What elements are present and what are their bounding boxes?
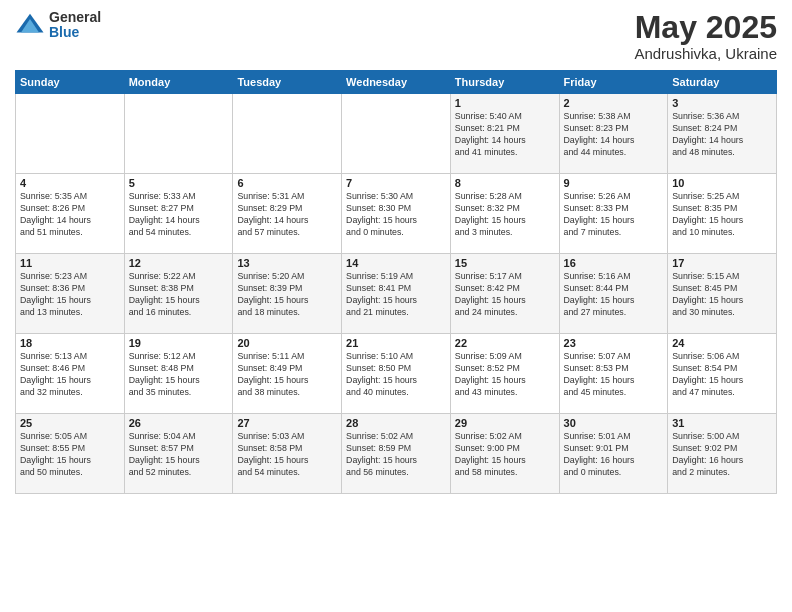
day-number: 31: [672, 417, 772, 429]
day-number: 25: [20, 417, 120, 429]
calendar-cell: 11Sunrise: 5:23 AM Sunset: 8:36 PM Dayli…: [16, 254, 125, 334]
day-info: Sunrise: 5:35 AM Sunset: 8:26 PM Dayligh…: [20, 191, 120, 239]
calendar-cell: 6Sunrise: 5:31 AM Sunset: 8:29 PM Daylig…: [233, 174, 342, 254]
calendar-cell: 29Sunrise: 5:02 AM Sunset: 9:00 PM Dayli…: [450, 414, 559, 494]
calendar-cell: 19Sunrise: 5:12 AM Sunset: 8:48 PM Dayli…: [124, 334, 233, 414]
calendar-table: Sunday Monday Tuesday Wednesday Thursday…: [15, 70, 777, 494]
calendar-subtitle: Andrushivka, Ukraine: [634, 45, 777, 62]
day-number: 28: [346, 417, 446, 429]
day-number: 7: [346, 177, 446, 189]
calendar-week-3: 11Sunrise: 5:23 AM Sunset: 8:36 PM Dayli…: [16, 254, 777, 334]
calendar-cell: 15Sunrise: 5:17 AM Sunset: 8:42 PM Dayli…: [450, 254, 559, 334]
day-number: 11: [20, 257, 120, 269]
day-info: Sunrise: 5:01 AM Sunset: 9:01 PM Dayligh…: [564, 431, 664, 479]
day-number: 26: [129, 417, 229, 429]
day-number: 19: [129, 337, 229, 349]
calendar-cell: 16Sunrise: 5:16 AM Sunset: 8:44 PM Dayli…: [559, 254, 668, 334]
day-info: Sunrise: 5:02 AM Sunset: 8:59 PM Dayligh…: [346, 431, 446, 479]
calendar-cell: 22Sunrise: 5:09 AM Sunset: 8:52 PM Dayli…: [450, 334, 559, 414]
day-number: 15: [455, 257, 555, 269]
day-info: Sunrise: 5:02 AM Sunset: 9:00 PM Dayligh…: [455, 431, 555, 479]
logo-icon: [15, 10, 45, 40]
day-info: Sunrise: 5:23 AM Sunset: 8:36 PM Dayligh…: [20, 271, 120, 319]
calendar-cell: 18Sunrise: 5:13 AM Sunset: 8:46 PM Dayli…: [16, 334, 125, 414]
day-info: Sunrise: 5:16 AM Sunset: 8:44 PM Dayligh…: [564, 271, 664, 319]
day-number: 13: [237, 257, 337, 269]
page: General Blue May 2025 Andrushivka, Ukrai…: [0, 0, 792, 612]
day-info: Sunrise: 5:12 AM Sunset: 8:48 PM Dayligh…: [129, 351, 229, 399]
logo-text: General Blue: [49, 10, 101, 41]
header: General Blue May 2025 Andrushivka, Ukrai…: [15, 10, 777, 62]
day-number: 2: [564, 97, 664, 109]
calendar-cell: [342, 94, 451, 174]
calendar-cell: 26Sunrise: 5:04 AM Sunset: 8:57 PM Dayli…: [124, 414, 233, 494]
day-info: Sunrise: 5:07 AM Sunset: 8:53 PM Dayligh…: [564, 351, 664, 399]
calendar-week-4: 18Sunrise: 5:13 AM Sunset: 8:46 PM Dayli…: [16, 334, 777, 414]
day-number: 29: [455, 417, 555, 429]
calendar-cell: 4Sunrise: 5:35 AM Sunset: 8:26 PM Daylig…: [16, 174, 125, 254]
day-info: Sunrise: 5:15 AM Sunset: 8:45 PM Dayligh…: [672, 271, 772, 319]
calendar-cell: 31Sunrise: 5:00 AM Sunset: 9:02 PM Dayli…: [668, 414, 777, 494]
calendar-cell: 14Sunrise: 5:19 AM Sunset: 8:41 PM Dayli…: [342, 254, 451, 334]
header-tuesday: Tuesday: [233, 71, 342, 94]
calendar-cell: 9Sunrise: 5:26 AM Sunset: 8:33 PM Daylig…: [559, 174, 668, 254]
day-info: Sunrise: 5:03 AM Sunset: 8:58 PM Dayligh…: [237, 431, 337, 479]
calendar-cell: 13Sunrise: 5:20 AM Sunset: 8:39 PM Dayli…: [233, 254, 342, 334]
day-number: 5: [129, 177, 229, 189]
header-thursday: Thursday: [450, 71, 559, 94]
calendar-cell: 17Sunrise: 5:15 AM Sunset: 8:45 PM Dayli…: [668, 254, 777, 334]
calendar-cell: 23Sunrise: 5:07 AM Sunset: 8:53 PM Dayli…: [559, 334, 668, 414]
day-info: Sunrise: 5:38 AM Sunset: 8:23 PM Dayligh…: [564, 111, 664, 159]
day-info: Sunrise: 5:28 AM Sunset: 8:32 PM Dayligh…: [455, 191, 555, 239]
day-number: 18: [20, 337, 120, 349]
day-info: Sunrise: 5:05 AM Sunset: 8:55 PM Dayligh…: [20, 431, 120, 479]
calendar-cell: 3Sunrise: 5:36 AM Sunset: 8:24 PM Daylig…: [668, 94, 777, 174]
title-block: May 2025 Andrushivka, Ukraine: [634, 10, 777, 62]
day-info: Sunrise: 5:33 AM Sunset: 8:27 PM Dayligh…: [129, 191, 229, 239]
day-number: 9: [564, 177, 664, 189]
day-info: Sunrise: 5:11 AM Sunset: 8:49 PM Dayligh…: [237, 351, 337, 399]
logo-general-label: General: [49, 10, 101, 25]
calendar-cell: 24Sunrise: 5:06 AM Sunset: 8:54 PM Dayli…: [668, 334, 777, 414]
day-info: Sunrise: 5:30 AM Sunset: 8:30 PM Dayligh…: [346, 191, 446, 239]
header-wednesday: Wednesday: [342, 71, 451, 94]
day-info: Sunrise: 5:17 AM Sunset: 8:42 PM Dayligh…: [455, 271, 555, 319]
day-number: 20: [237, 337, 337, 349]
header-monday: Monday: [124, 71, 233, 94]
calendar-week-2: 4Sunrise: 5:35 AM Sunset: 8:26 PM Daylig…: [16, 174, 777, 254]
calendar-cell: 30Sunrise: 5:01 AM Sunset: 9:01 PM Dayli…: [559, 414, 668, 494]
day-number: 4: [20, 177, 120, 189]
day-number: 8: [455, 177, 555, 189]
day-number: 22: [455, 337, 555, 349]
calendar-cell: [16, 94, 125, 174]
day-number: 3: [672, 97, 772, 109]
day-info: Sunrise: 5:22 AM Sunset: 8:38 PM Dayligh…: [129, 271, 229, 319]
day-info: Sunrise: 5:19 AM Sunset: 8:41 PM Dayligh…: [346, 271, 446, 319]
calendar-cell: 1Sunrise: 5:40 AM Sunset: 8:21 PM Daylig…: [450, 94, 559, 174]
header-friday: Friday: [559, 71, 668, 94]
calendar-week-5: 25Sunrise: 5:05 AM Sunset: 8:55 PM Dayli…: [16, 414, 777, 494]
day-number: 14: [346, 257, 446, 269]
day-info: Sunrise: 5:31 AM Sunset: 8:29 PM Dayligh…: [237, 191, 337, 239]
calendar-week-1: 1Sunrise: 5:40 AM Sunset: 8:21 PM Daylig…: [16, 94, 777, 174]
header-saturday: Saturday: [668, 71, 777, 94]
day-info: Sunrise: 5:10 AM Sunset: 8:50 PM Dayligh…: [346, 351, 446, 399]
day-number: 21: [346, 337, 446, 349]
calendar-cell: 2Sunrise: 5:38 AM Sunset: 8:23 PM Daylig…: [559, 94, 668, 174]
header-sunday: Sunday: [16, 71, 125, 94]
day-number: 23: [564, 337, 664, 349]
calendar-cell: 20Sunrise: 5:11 AM Sunset: 8:49 PM Dayli…: [233, 334, 342, 414]
day-info: Sunrise: 5:36 AM Sunset: 8:24 PM Dayligh…: [672, 111, 772, 159]
calendar-cell: 7Sunrise: 5:30 AM Sunset: 8:30 PM Daylig…: [342, 174, 451, 254]
day-number: 30: [564, 417, 664, 429]
day-number: 10: [672, 177, 772, 189]
day-number: 12: [129, 257, 229, 269]
day-info: Sunrise: 5:06 AM Sunset: 8:54 PM Dayligh…: [672, 351, 772, 399]
day-number: 27: [237, 417, 337, 429]
calendar-cell: 5Sunrise: 5:33 AM Sunset: 8:27 PM Daylig…: [124, 174, 233, 254]
day-info: Sunrise: 5:00 AM Sunset: 9:02 PM Dayligh…: [672, 431, 772, 479]
calendar-cell: 27Sunrise: 5:03 AM Sunset: 8:58 PM Dayli…: [233, 414, 342, 494]
day-number: 16: [564, 257, 664, 269]
day-info: Sunrise: 5:04 AM Sunset: 8:57 PM Dayligh…: [129, 431, 229, 479]
calendar-cell: 28Sunrise: 5:02 AM Sunset: 8:59 PM Dayli…: [342, 414, 451, 494]
